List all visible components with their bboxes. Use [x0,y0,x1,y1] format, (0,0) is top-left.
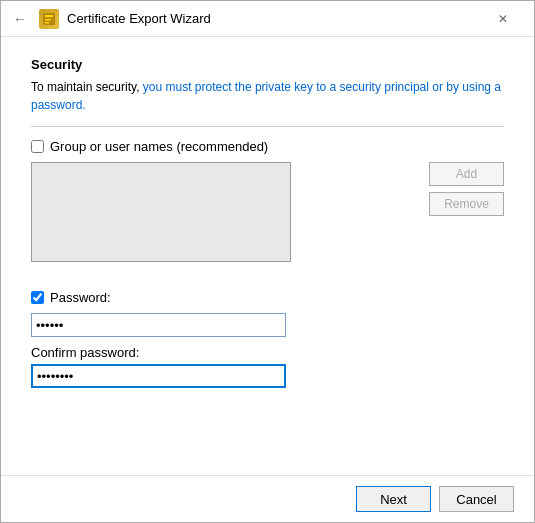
wizard-icon [39,9,59,29]
security-description: To maintain security, you must protect t… [31,78,504,114]
password-row: Password: [31,290,504,305]
security-heading: Security [31,57,504,72]
group-checkbox[interactable] [31,140,44,153]
divider [31,126,504,127]
title-bar-title: Certificate Export Wizard [67,11,211,26]
remove-button[interactable]: Remove [429,192,504,216]
footer: Next Cancel [1,475,534,522]
group-checkbox-label: Group or user names (recommended) [50,139,268,154]
password-input[interactable] [31,313,286,337]
password-label: Password: [50,290,111,305]
svg-rect-3 [45,22,49,24]
wizard-window: ← Certificate Export Wizard ✕ Security T… [0,0,535,523]
confirm-password-input[interactable] [31,364,286,388]
confirm-label: Confirm password: [31,345,504,360]
list-area: Add Remove [31,162,504,276]
main-content: Security To maintain security, you must … [1,37,534,475]
svg-rect-2 [45,19,51,21]
password-section: Password: Confirm password: [31,290,504,388]
list-box-container [31,162,419,276]
group-checkbox-row: Group or user names (recommended) [31,139,504,154]
svg-rect-1 [45,15,53,17]
password-checkbox[interactable] [31,291,44,304]
next-button[interactable]: Next [356,486,431,512]
back-icon[interactable]: ← [9,9,31,29]
cancel-button[interactable]: Cancel [439,486,514,512]
title-bar: ← Certificate Export Wizard ✕ [1,1,534,37]
desc-text-1: To maintain security, [31,80,143,94]
users-list-box[interactable] [31,162,291,262]
side-buttons: Add Remove [429,162,504,276]
title-bar-left: ← Certificate Export Wizard [9,9,480,29]
add-button[interactable]: Add [429,162,504,186]
confirm-section: Confirm password: [31,345,504,388]
close-button[interactable]: ✕ [480,1,526,37]
